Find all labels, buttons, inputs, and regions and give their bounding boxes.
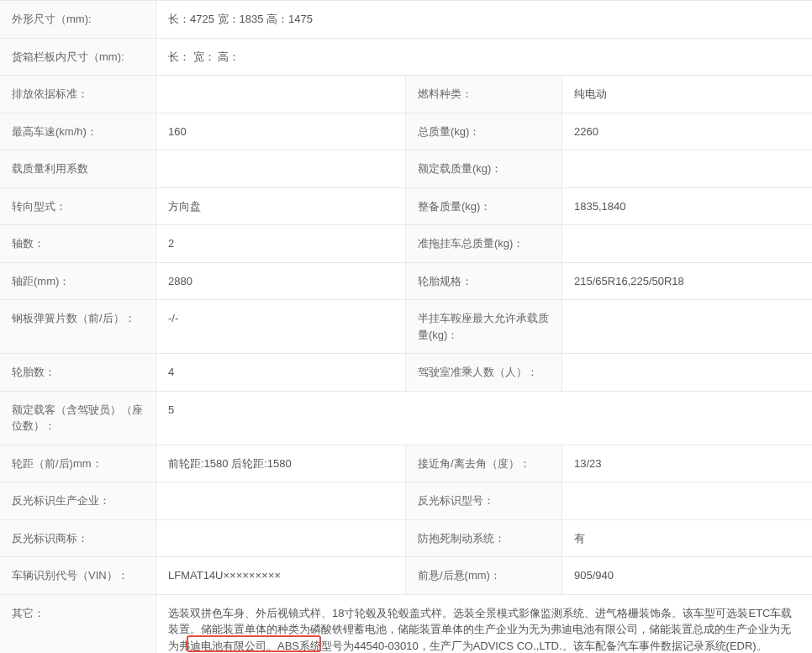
table-row: 货箱栏板内尺寸（mm):长： 宽： 高： [0, 39, 812, 76]
table-row: 钢板弹簧片数（前/后）：-/-半挂车鞍座最大允许承载质量(kg)： [0, 300, 812, 354]
row-value-1: -/- [156, 300, 406, 353]
row-value-2: 纯电动 [562, 76, 812, 113]
table-row: 轮胎数：4驾驶室准乘人数（人）： [0, 354, 812, 392]
row-label-2: 轮胎规格： [406, 263, 562, 300]
row-label-1: 轴数： [0, 225, 156, 262]
table-row: 其它：选装双拼色车身、外后视镜式样、18寸轮毂及轮毂盖式样。选装全景模式影像监测… [0, 595, 812, 654]
row-label-2: 前悬/后悬(mm)： [406, 557, 562, 594]
row-value-2: 1835,1840 [562, 188, 812, 225]
row-label-2: 接近角/离去角（度）： [406, 445, 562, 482]
row-value-2 [562, 225, 812, 262]
row-label-1: 反光标识商标： [0, 520, 156, 557]
row-label-2: 防抱死制动系统： [406, 520, 562, 557]
row-value: 长：4725 宽：1835 高：1475 [156, 1, 812, 38]
row-label-1: 排放依据标准： [0, 76, 156, 113]
table-row: 载质量利用系数额定载质量(kg)： [0, 150, 812, 188]
row-label-2: 准拖挂车总质量(kg)： [406, 225, 562, 262]
row-label: 货箱栏板内尺寸（mm): [0, 39, 156, 76]
row-label-2: 驾驶室准乘人数（人）： [406, 354, 562, 391]
row-value: 5 [156, 392, 812, 445]
row-value-1 [156, 150, 406, 187]
row-label: 其它： [0, 595, 156, 654]
row-value-1: 2880 [156, 263, 406, 300]
table-row: 最高车速(km/h)：160总质量(kg)：2260 [0, 113, 812, 151]
table-row: 车辆识别代号（VIN）：LFMAT14U×××××××××前悬/后悬(mm)：9… [0, 557, 812, 595]
row-label-1: 转向型式： [0, 188, 156, 225]
table-row: 反光标识商标：防抱死制动系统：有 [0, 520, 812, 558]
table-row: 轴距(mm)：2880轮胎规格：215/65R16,225/50R18 [0, 263, 812, 301]
table-row: 排放依据标准：燃料种类：纯电动 [0, 76, 812, 113]
table-row: 外形尺寸（mm):长：4725 宽：1835 高：1475 [0, 0, 812, 39]
row-value-1: 方向盘 [156, 188, 406, 225]
row-value-2 [562, 482, 812, 519]
row-label-2: 整备质量(kg)： [406, 188, 562, 225]
row-value-2 [562, 150, 812, 187]
row-value-2: 2260 [562, 113, 812, 150]
row-value-1: 2 [156, 225, 406, 262]
row-value-1: 4 [156, 354, 406, 391]
row-value: 选装双拼色车身、外后视镜式样、18寸轮毂及轮毂盖式样。选装全景模式影像监测系统、… [156, 595, 812, 654]
row-value-2: 905/940 [562, 557, 812, 594]
row-label: 外形尺寸（mm): [0, 1, 156, 38]
row-label: 额定载客（含驾驶员）（座位数）： [0, 392, 156, 445]
table-row: 轮距（前/后)mm：前轮距:1580 后轮距:1580接近角/离去角（度）：13… [0, 445, 812, 483]
spec-table: 外形尺寸（mm):长：4725 宽：1835 高：1475货箱栏板内尺寸（mm)… [0, 0, 812, 653]
row-value-2: 215/65R16,225/50R18 [562, 263, 812, 300]
row-value-2 [562, 300, 812, 353]
row-value-2: 13/23 [562, 445, 812, 482]
row-label-1: 轮胎数： [0, 354, 156, 391]
row-label-1: 最高车速(km/h)： [0, 113, 156, 150]
row-label-1: 轴距(mm)： [0, 263, 156, 300]
table-row: 转向型式：方向盘整备质量(kg)：1835,1840 [0, 188, 812, 226]
row-label-1: 轮距（前/后)mm： [0, 445, 156, 482]
row-value-1: 前轮距:1580 后轮距:1580 [156, 445, 406, 482]
highlight-annotation [187, 635, 321, 652]
row-value-1: LFMAT14U××××××××× [156, 557, 406, 594]
table-row: 反光标识生产企业：反光标识型号： [0, 482, 812, 520]
row-label-2: 额定载质量(kg)： [406, 150, 562, 187]
row-value-2: 有 [562, 520, 812, 557]
row-value-1 [156, 520, 406, 557]
row-label-2: 反光标识型号： [406, 482, 562, 519]
row-value-2 [562, 354, 812, 391]
row-value-1 [156, 76, 406, 113]
row-label-2: 燃料种类： [406, 76, 562, 113]
table-row: 轴数：2准拖挂车总质量(kg)： [0, 225, 812, 263]
row-label-2: 总质量(kg)： [406, 113, 562, 150]
row-label-1: 钢板弹簧片数（前/后）： [0, 300, 156, 353]
row-label-1: 车辆识别代号（VIN）： [0, 557, 156, 594]
row-value-1 [156, 482, 406, 519]
row-value-1: 160 [156, 113, 406, 150]
row-label-1: 反光标识生产企业： [0, 482, 156, 519]
row-label-2: 半挂车鞍座最大允许承载质量(kg)： [406, 300, 562, 353]
table-row: 额定载客（含驾驶员）（座位数）：5 [0, 392, 812, 445]
row-label-1: 载质量利用系数 [0, 150, 156, 187]
row-value: 长： 宽： 高： [156, 39, 812, 76]
